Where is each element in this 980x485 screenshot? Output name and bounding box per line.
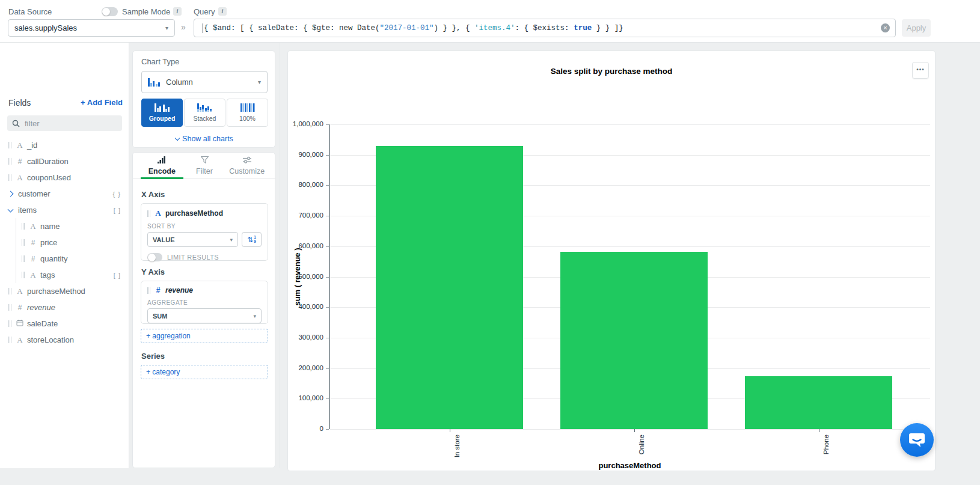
query-input[interactable]: { $and: [ { saleDate: { $gte: new Date("… xyxy=(194,19,896,37)
field-item-name[interactable]: Aname xyxy=(16,218,129,234)
chevron-down-icon: ▾ xyxy=(165,25,168,31)
chevron-down-icon: ▾ xyxy=(258,79,261,85)
drag-handle-icon xyxy=(22,223,25,230)
field-item-couponUsed[interactable]: AcouponUsed xyxy=(0,169,129,186)
y-tick-mark xyxy=(326,185,329,186)
info-icon[interactable]: i xyxy=(218,7,227,16)
add-category-button[interactable]: + category xyxy=(141,365,268,379)
field-item-saleDate[interactable]: saleDate xyxy=(0,316,129,332)
tab-customize[interactable]: Customize xyxy=(225,153,268,178)
data-source-select[interactable]: sales.supplySales ▾ xyxy=(8,19,175,37)
tab-encode[interactable]: Encode xyxy=(141,153,183,178)
x-tick-label-text: Online xyxy=(638,435,645,454)
field-name: revenue xyxy=(27,303,55,312)
fields-list: A_id#callDurationAcouponUsedcustomer{ }i… xyxy=(0,137,129,348)
field-item-callDuration[interactable]: #callDuration xyxy=(0,153,129,169)
number-type-icon: # xyxy=(154,286,162,294)
y-tick-mark xyxy=(326,307,329,308)
field-item-purchaseMethod[interactable]: ApurchaseMethod xyxy=(0,283,129,299)
drag-handle-icon xyxy=(8,142,11,148)
chevron-down-icon: ▾ xyxy=(230,237,233,243)
y-tick-mark xyxy=(326,246,329,247)
sort-by-select[interactable]: VALUE▾ xyxy=(147,232,238,247)
encode-tab-icon xyxy=(158,156,166,165)
object-badge: { } xyxy=(113,191,121,198)
field-item-price[interactable]: #price xyxy=(16,234,129,251)
bar-in-store[interactable] xyxy=(376,146,523,429)
field-item-revenue[interactable]: #revenue xyxy=(0,299,129,316)
tab-filter[interactable]: Filter xyxy=(183,153,226,178)
chevron-down-icon[interactable] xyxy=(8,206,14,212)
string-type-icon: A xyxy=(15,335,25,345)
apply-button[interactable]: Apply xyxy=(902,19,931,37)
date-type-icon xyxy=(15,319,25,328)
clear-query-icon[interactable]: × xyxy=(881,23,890,32)
field-name: _id xyxy=(27,141,37,150)
x-axis-title: purchaseMethod xyxy=(329,461,930,470)
aggregate-select[interactable]: SUM▾ xyxy=(147,308,262,323)
bar-phone[interactable] xyxy=(745,376,892,429)
gridline xyxy=(329,124,930,125)
chat-launcher-button[interactable] xyxy=(900,423,934,457)
x-tick-label-text: In store xyxy=(453,435,461,457)
query-segment: { $and: [ { saleDate: { $gte: new Date( xyxy=(204,24,380,32)
data-source-label: Data Source xyxy=(8,7,52,16)
string-type-icon: A xyxy=(15,173,25,183)
gridline xyxy=(329,429,930,430)
string-type-icon: A xyxy=(28,222,38,231)
add-aggregation-button[interactable]: + aggregation xyxy=(141,329,268,343)
filter-tab-icon xyxy=(201,156,209,165)
field-item-storeLocation[interactable]: AstoreLocation xyxy=(0,332,129,348)
limit-results-toggle[interactable] xyxy=(147,253,162,261)
field-item-tags[interactable]: Atags[ ] xyxy=(16,267,129,283)
field-item-quantity[interactable]: #quantity xyxy=(16,251,129,267)
tab-label: Filter xyxy=(196,167,213,175)
sort-direction-button[interactable]: ⇅19 xyxy=(242,232,262,247)
y-field-chip[interactable]: # revenue xyxy=(147,286,262,294)
info-icon[interactable]: i xyxy=(173,7,182,16)
number-type-icon: # xyxy=(28,255,38,263)
series-label: Series xyxy=(141,352,165,361)
encode-card: EncodeFilterCustomize X Axis A purchaseM… xyxy=(132,152,275,468)
tab-label: Encode xyxy=(149,167,176,175)
variant-button-grouped[interactable]: Grouped xyxy=(141,99,183,127)
x-tick-mark xyxy=(450,429,450,432)
chevron-right-icon[interactable] xyxy=(8,191,14,197)
string-badge: [ ] xyxy=(114,272,121,279)
y-tick-mark xyxy=(326,155,329,156)
variant-label: 100% xyxy=(239,115,256,122)
y-tick-mark xyxy=(326,124,329,125)
field-filter-search[interactable] xyxy=(7,115,122,131)
field-name: tags xyxy=(40,270,55,279)
number-type-icon: # xyxy=(28,239,38,247)
field-item-_id[interactable]: A_id xyxy=(0,137,129,153)
chart-variant-buttons: GroupedStacked100% xyxy=(141,99,268,127)
drag-handle-icon xyxy=(22,272,25,278)
y-tick-mark xyxy=(326,398,329,399)
y-axis-label: Y Axis xyxy=(141,267,165,276)
field-item-customer[interactable]: customer{ } xyxy=(0,186,129,202)
drag-handle-icon xyxy=(8,320,11,327)
grouped-column-icon xyxy=(155,103,170,113)
show-all-charts-link[interactable]: Show all charts xyxy=(133,135,276,143)
chart-type-card: Chart Type Column ▾ GroupedStacked100% S… xyxy=(132,50,275,148)
add-field-button[interactable]: + Add Field xyxy=(81,98,123,107)
field-name: storeLocation xyxy=(27,335,74,344)
field-name: purchaseMethod xyxy=(27,287,85,296)
field-name: price xyxy=(40,238,57,247)
field-filter-input[interactable] xyxy=(23,118,110,129)
field-name: name xyxy=(40,222,60,231)
variant-button-stacked[interactable]: Stacked xyxy=(184,99,225,127)
x-field-chip[interactable]: A purchaseMethod xyxy=(147,209,262,218)
variant-button-100pct[interactable]: 100% xyxy=(227,99,268,127)
x-axis-field-card: A purchaseMethod SORT BY VALUE▾ ⇅19 LIMI… xyxy=(141,203,268,261)
chart-type-select[interactable]: Column ▾ xyxy=(141,71,268,93)
x-tick-mark xyxy=(634,429,635,432)
bar-online[interactable] xyxy=(560,252,708,429)
query-segment: 'items.4' xyxy=(474,24,515,32)
sample-mode-toggle[interactable] xyxy=(102,7,118,16)
drag-handle-icon xyxy=(8,304,11,311)
bar-chart-plot: 0100,000200,000300,000400,000500,000600,… xyxy=(288,51,935,471)
field-item-items[interactable]: items[ ] xyxy=(0,202,129,218)
string-type-icon: A xyxy=(28,270,38,280)
